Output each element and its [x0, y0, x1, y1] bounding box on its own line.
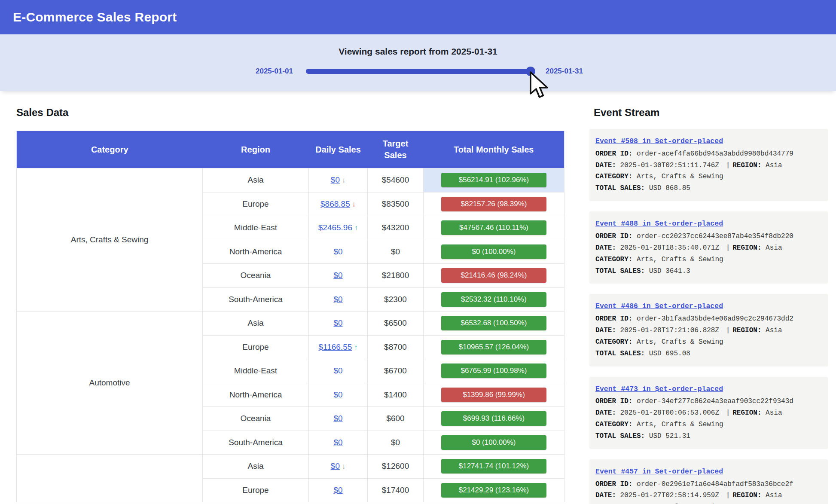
monthly-sales-badge: $10965.57 (126.04%) — [441, 340, 546, 354]
daily-sales-cell: $0 — [309, 359, 368, 383]
region-cell: Europe — [203, 192, 309, 216]
target-sales-cell: $43200 — [368, 216, 424, 240]
event-date-region: DATE: 2025-01-28T18:35:40.071Z |REGION: … — [595, 242, 822, 254]
table-row: Asia$0 ↓$12600$12741.74 (101.12%) — [17, 455, 564, 479]
daily-sales-cell: $0 ↓ — [309, 168, 368, 192]
monthly-sales-cell: $0 (100.00%) — [424, 431, 564, 455]
region-cell: Middle-East — [203, 359, 309, 383]
event-total-sales: TOTAL SALES: USD 695.08 — [595, 348, 822, 360]
event-card: Event #473 in $et-order-placedORDER ID: … — [589, 377, 828, 449]
event-order-id: ORDER ID: order-cc20237cc62443ee87ab4e35… — [595, 231, 822, 242]
event-total-sales: TOTAL SALES: USD 521.31 — [595, 431, 822, 442]
column-header: Region — [203, 131, 309, 168]
sales-table: CategoryRegionDaily SalesTarget SalesTot… — [16, 131, 564, 502]
monthly-sales-cell: $1399.86 (99.99%) — [424, 383, 564, 407]
region-cell: Middle-East — [203, 216, 309, 240]
event-order-id: ORDER ID: order-3b1faad35bde4e06ad99c2c2… — [595, 313, 822, 325]
daily-sales-link[interactable]: $0 — [333, 414, 342, 423]
daily-sales-cell: $0 — [309, 431, 368, 455]
monthly-sales-badge: $21429.29 (123.16%) — [441, 483, 546, 498]
monthly-sales-cell: $10965.57 (126.04%) — [424, 335, 564, 359]
slider-title: Viewing sales report from 2025-01-31 — [0, 46, 836, 57]
event-card: Event #508 in $et-order-placedORDER ID: … — [589, 129, 828, 201]
event-list: Event #508 in $et-order-placedORDER ID: … — [589, 129, 828, 504]
event-date-region: DATE: 2025-01-28T17:21:06.828Z |REGION: … — [595, 325, 822, 336]
sales-report-page: E-Commerce Sales Report Viewing sales re… — [0, 0, 836, 504]
monthly-sales-badge: $21416.46 (98.24%) — [441, 268, 546, 283]
daily-sales-link[interactable]: $0 — [333, 295, 342, 304]
target-sales-cell: $6700 — [368, 359, 424, 383]
daily-sales-link[interactable]: $0 — [333, 438, 342, 447]
target-sales-cell: $0 — [368, 431, 424, 455]
column-header: Category — [17, 131, 203, 168]
daily-sales-link[interactable]: $2465.96 — [318, 223, 352, 232]
table-row: Arts, Crafts & SewingAsia$0 ↓$54600$5621… — [17, 168, 564, 192]
event-link[interactable]: Event #488 in $et-order-placed — [595, 218, 723, 230]
monthly-sales-badge: $2532.32 (110.10%) — [441, 292, 546, 307]
region-cell: Europe — [203, 335, 309, 359]
daily-sales-link[interactable]: $0 — [333, 366, 342, 375]
monthly-sales-badge: $6532.68 (100.50%) — [441, 316, 546, 330]
event-order-id: ORDER ID: order-34ef277c862e4a3eaaf903cc… — [595, 396, 822, 407]
category-cell: Arts, Crafts & Sewing — [17, 168, 203, 312]
daily-sales-link[interactable]: $0 — [333, 390, 342, 399]
target-sales-cell: $6500 — [368, 312, 424, 336]
monthly-sales-badge: $56214.91 (102.96%) — [441, 173, 546, 187]
event-date-region: DATE: 2025-01-28T00:06:53.006Z |REGION: … — [595, 407, 822, 419]
event-date-region: DATE: 2025-01-30T02:51:11.746Z |REGION: … — [595, 160, 822, 171]
monthly-sales-badge: $82157.26 (98.39%) — [441, 197, 546, 211]
category-cell: Automotive — [17, 312, 203, 455]
region-cell: Oceania — [203, 407, 309, 431]
event-link[interactable]: Event #457 in $et-order-placed — [595, 466, 723, 478]
daily-sales-link[interactable]: $0 — [331, 175, 340, 184]
event-category: CATEGORY: Arts, Crafts & Sewing — [595, 501, 822, 504]
daily-sales-cell: $2465.96 ↑ — [309, 216, 368, 240]
daily-sales-link[interactable]: $0 — [331, 461, 340, 470]
table-row: AutomotiveAsia$0$6500$6532.68 (100.50%) — [17, 312, 564, 336]
monthly-sales-cell: $21429.29 (123.16%) — [424, 478, 564, 502]
event-link[interactable]: Event #486 in $et-order-placed — [595, 300, 723, 312]
region-cell: Oceania — [203, 264, 309, 288]
monthly-sales-cell: $12741.74 (101.12%) — [424, 455, 564, 479]
column-header: Total Monthly Sales — [424, 131, 564, 168]
event-card: Event #488 in $et-order-placedORDER ID: … — [589, 211, 828, 284]
target-sales-cell: $83500 — [368, 192, 424, 216]
monthly-sales-badge: $1399.86 (99.99%) — [441, 388, 546, 402]
daily-sales-link[interactable]: $1166.55 — [318, 342, 352, 351]
monthly-sales-cell: $56214.91 (102.96%) — [424, 168, 564, 192]
monthly-sales-cell: $47567.46 (110.11%) — [424, 216, 564, 240]
daily-sales-cell: $0 — [309, 383, 368, 407]
daily-sales-cell: $0 — [309, 312, 368, 336]
region-cell: Europe — [203, 478, 309, 502]
event-link[interactable]: Event #508 in $et-order-placed — [595, 135, 723, 147]
daily-sales-cell: $0 ↓ — [309, 455, 368, 479]
target-sales-cell: $1400 — [368, 383, 424, 407]
event-link[interactable]: Event #473 in $et-order-placed — [595, 383, 723, 395]
daily-sales-link[interactable]: $0 — [333, 318, 342, 327]
daily-sales-link[interactable]: $0 — [333, 486, 342, 495]
event-category: CATEGORY: Arts, Crafts & Sewing — [595, 419, 822, 431]
app-header: E-Commerce Sales Report — [0, 0, 836, 34]
trend-down-icon: ↓ — [340, 462, 345, 470]
region-cell: Asia — [203, 168, 309, 192]
monthly-sales-cell: $699.93 (116.66%) — [424, 407, 564, 431]
daily-sales-link[interactable]: $0 — [333, 271, 342, 280]
trend-down-icon: ↓ — [340, 176, 345, 184]
monthly-sales-cell: $21416.46 (98.24%) — [424, 264, 564, 288]
target-sales-cell: $8700 — [368, 335, 424, 359]
target-sales-cell: $17400 — [368, 478, 424, 502]
event-card: Event #486 in $et-order-placedORDER ID: … — [589, 294, 828, 366]
event-order-id: ORDER ID: order-0e2961e71a6e484abfadf583… — [595, 479, 822, 490]
monthly-sales-badge: $0 (100.00%) — [441, 435, 546, 450]
daily-sales-cell: $0 — [309, 478, 368, 502]
trend-up-icon: ↑ — [352, 343, 357, 351]
monthly-sales-badge: $12741.74 (101.12%) — [441, 459, 546, 473]
daily-sales-link[interactable]: $0 — [333, 247, 342, 256]
monthly-sales-cell: $0 (100.00%) — [424, 240, 564, 264]
slider-track[interactable] — [306, 69, 533, 74]
target-sales-cell: $600 — [368, 407, 424, 431]
slider-max-label: 2025-01-31 — [546, 67, 583, 76]
daily-sales-link[interactable]: $868.85 — [320, 199, 350, 208]
region-cell: North-America — [203, 383, 309, 407]
event-category: CATEGORY: Arts, Crafts & Sewing — [595, 336, 822, 348]
